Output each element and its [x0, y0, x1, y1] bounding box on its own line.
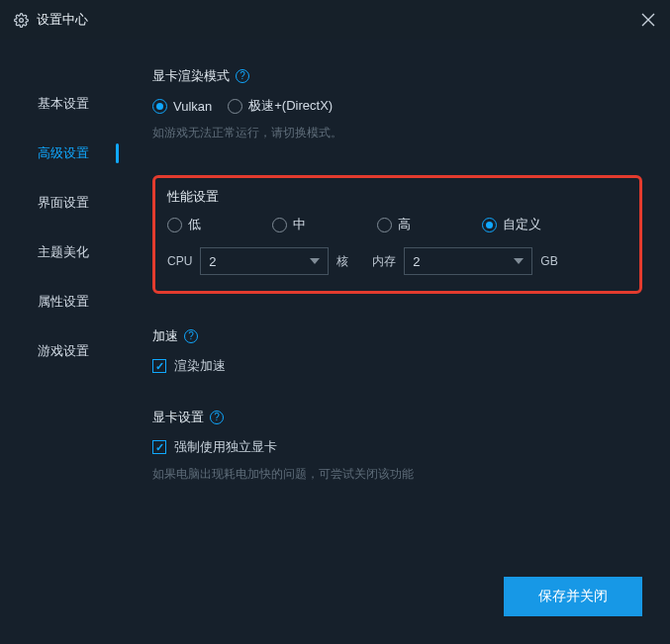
- radio-directx[interactable]: 极速+(DirectX): [228, 97, 333, 115]
- chevron-down-icon: [514, 258, 524, 264]
- gpu-hint: 如果电脑出现耗电加快的问题，可尝试关闭该功能: [152, 466, 642, 483]
- radio-dot-icon: [482, 218, 497, 232]
- mem-label: 内存: [372, 253, 396, 270]
- window-title: 设置中心: [37, 11, 88, 29]
- render-section: 显卡渲染模式 ? Vulkan 极速+(DirectX) 如游戏无法正常运行，请…: [152, 67, 642, 141]
- help-icon[interactable]: ?: [184, 329, 198, 343]
- radio-dot-icon: [228, 99, 242, 114]
- sidebar-item-theme[interactable]: 主题美化: [0, 228, 127, 277]
- radio-dot-icon: [152, 99, 167, 114]
- radio-label: Vulkan: [173, 99, 212, 114]
- sidebar-item-game[interactable]: 游戏设置: [0, 326, 127, 376]
- gpu-section: 显卡设置 ? 强制使用独立显卡 如果电脑出现耗电加快的问题，可尝试关闭该功能: [152, 409, 642, 483]
- render-accel-checkbox[interactable]: 渲染加速: [152, 357, 642, 375]
- radio-low[interactable]: 低: [167, 216, 272, 233]
- close-button[interactable]: [636, 8, 660, 32]
- radio-label: 自定义: [503, 216, 541, 233]
- accel-section: 加速 ? 渲染加速: [152, 327, 642, 375]
- checkbox-label: 渲染加速: [174, 357, 226, 375]
- mem-select[interactable]: 2: [404, 247, 532, 275]
- radio-label: 中: [293, 216, 306, 233]
- radio-label: 高: [398, 216, 411, 233]
- render-title: 显卡渲染模式: [152, 67, 230, 85]
- titlebar: 设置中心: [0, 0, 670, 40]
- sidebar-item-basic[interactable]: 基本设置: [0, 79, 127, 129]
- gear-icon: [14, 13, 29, 28]
- checkbox-icon: [152, 359, 166, 373]
- mem-value: 2: [413, 254, 420, 269]
- radio-dot-icon: [167, 218, 182, 232]
- close-icon: [641, 13, 655, 27]
- radio-high[interactable]: 高: [377, 216, 482, 233]
- radio-label: 低: [188, 216, 201, 233]
- radio-dot-icon: [272, 218, 287, 232]
- radio-vulkan[interactable]: Vulkan: [152, 99, 212, 114]
- radio-label: 极速+(DirectX): [248, 97, 333, 115]
- sidebar-item-advanced[interactable]: 高级设置: [0, 129, 127, 178]
- svg-point-0: [20, 18, 24, 22]
- mem-unit: GB: [540, 254, 557, 268]
- render-hint: 如游戏无法正常运行，请切换模式。: [152, 125, 642, 141]
- gpu-title: 显卡设置: [152, 409, 204, 426]
- sidebar-item-ui[interactable]: 界面设置: [0, 178, 127, 228]
- sidebar: 基本设置 高级设置 界面设置 主题美化 属性设置 游戏设置: [0, 40, 127, 644]
- accel-title: 加速: [152, 327, 178, 345]
- cpu-label: CPU: [167, 254, 192, 268]
- perf-title: 性能设置: [167, 188, 219, 206]
- save-close-button[interactable]: 保存并关闭: [504, 577, 642, 616]
- main-panel: 显卡渲染模式 ? Vulkan 极速+(DirectX) 如游戏无法正常运行，请…: [127, 40, 670, 644]
- checkbox-icon: [152, 440, 166, 454]
- chevron-down-icon: [310, 258, 320, 264]
- cpu-select[interactable]: 2: [200, 247, 329, 275]
- performance-section: 性能设置 低 中 高 自定义: [152, 175, 642, 294]
- help-icon[interactable]: ?: [210, 411, 224, 424]
- radio-dot-icon: [377, 218, 392, 232]
- radio-mid[interactable]: 中: [272, 216, 377, 233]
- cpu-value: 2: [209, 254, 216, 269]
- help-icon[interactable]: ?: [236, 69, 249, 83]
- sidebar-item-property[interactable]: 属性设置: [0, 277, 127, 326]
- radio-custom[interactable]: 自定义: [482, 216, 541, 233]
- cpu-unit: 核: [336, 253, 348, 270]
- checkbox-label: 强制使用独立显卡: [174, 438, 277, 456]
- force-dgpu-checkbox[interactable]: 强制使用独立显卡: [152, 438, 642, 456]
